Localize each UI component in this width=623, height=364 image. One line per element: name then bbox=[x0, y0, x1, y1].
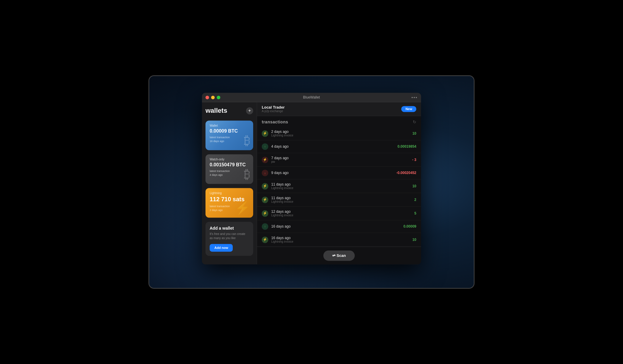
tx-amount-5: 10 bbox=[412, 184, 416, 188]
transaction-row[interactable]: ↑ 16 days ago 0.00009 bbox=[257, 220, 421, 233]
add-now-button[interactable]: Add now bbox=[210, 244, 233, 252]
app-title: BlueWallet bbox=[303, 95, 320, 99]
tx-label-3: pw bbox=[271, 160, 409, 163]
tx-info-6: 11 days ago Lightning invoice bbox=[271, 196, 411, 203]
wallet-balance-1: 0.00009 BTC bbox=[210, 128, 249, 134]
btc-icon-2: ₿ bbox=[244, 167, 250, 181]
transaction-row[interactable]: ↑ 4 days ago 0.00019854 bbox=[257, 140, 421, 153]
tx-time-9: 16 days ago bbox=[271, 236, 410, 240]
wallet-label-2: Watch-only bbox=[210, 158, 249, 161]
tx-icon-7: ⚡ bbox=[262, 210, 268, 217]
tx-info-9: 16 days ago Lightning invoice bbox=[271, 236, 410, 243]
tx-time-8: 16 days ago bbox=[271, 224, 401, 228]
add-wallet-card: Add a wallet It's free and you can creat… bbox=[205, 222, 253, 256]
tx-icon-6: ⚡ bbox=[262, 197, 268, 203]
add-wallet-icon-button[interactable]: + bbox=[246, 107, 253, 114]
transaction-row[interactable]: ⚡ 2 days ago Lightning invoice 10 bbox=[257, 127, 421, 140]
tx-icon-lightning: ⚡ bbox=[262, 130, 268, 137]
tx-time-4: 9 days ago bbox=[271, 171, 394, 175]
laptop-container: BlueWallet wallets + Wallet bbox=[98, 34, 525, 330]
add-wallet-title: Add a wallet bbox=[210, 226, 249, 231]
laptop-screen: BlueWallet wallets + Wallet bbox=[149, 75, 474, 289]
wallet-card-1[interactable]: Wallet 0.00009 BTC latest transaction 16… bbox=[205, 120, 253, 150]
wallet-card-2[interactable]: Watch-only 0.00150479 BTC latest transac… bbox=[205, 154, 253, 184]
tx-amount-8: 0.00009 bbox=[404, 224, 416, 228]
transaction-row[interactable]: ⚡ 12 days ago Lightning invoice 5 bbox=[257, 207, 421, 220]
tx-amount-2: 0.00019854 bbox=[398, 144, 416, 149]
wallet-footer-1: latest transaction 16 days ago bbox=[210, 136, 249, 143]
sidebar: wallets + Wallet 0.00009 BTC latest tran… bbox=[202, 102, 257, 264]
local-trader-bar: Local Trader A p2p exchange New bbox=[257, 102, 421, 116]
transaction-row[interactable]: ⚡ 11 days ago Lightning invoice 10 bbox=[257, 179, 421, 193]
tx-info-7: 12 days ago Lightning invoice bbox=[271, 210, 411, 217]
tx-time-1: 2 days ago bbox=[271, 130, 410, 134]
tx-info-1: 2 days ago Lightning invoice bbox=[271, 130, 410, 137]
wallet-footer-2: latest transaction 4 days ago bbox=[210, 170, 249, 177]
minimize-button[interactable] bbox=[211, 96, 215, 99]
wallet-balance-2: 0.00150479 BTC bbox=[210, 162, 249, 167]
transaction-row[interactable]: ↓ 9 days ago -0.00020452 bbox=[257, 167, 421, 179]
tx-label-6: Lightning invoice bbox=[271, 200, 411, 203]
scan-button[interactable]: ⇌ Scan bbox=[323, 250, 355, 261]
tx-info-4: 9 days ago bbox=[271, 171, 394, 175]
tx-label-9: Lightning invoice bbox=[271, 240, 410, 243]
tx-amount-9: 10 bbox=[412, 238, 416, 242]
app-window: BlueWallet wallets + Wallet bbox=[202, 93, 421, 264]
tx-info-2: 4 days ago bbox=[271, 144, 395, 149]
tx-label-1: Lightning invoice bbox=[271, 134, 410, 137]
local-trader-info: Local Trader A p2p exchange bbox=[262, 105, 285, 113]
tx-icon-9: ⚡ bbox=[262, 236, 268, 243]
tx-time-7: 12 days ago bbox=[271, 210, 411, 214]
tx-amount-6: 2 bbox=[414, 198, 416, 202]
tx-icon-btc-in: ↑ bbox=[262, 143, 268, 150]
wallet-card-3[interactable]: Lightning 112 710 sats latest transactio… bbox=[205, 188, 253, 218]
app-body: wallets + Wallet 0.00009 BTC latest tran… bbox=[202, 102, 421, 264]
tx-time-6: 11 days ago bbox=[271, 196, 411, 200]
tx-label-7: Lightning invoice bbox=[271, 214, 411, 217]
tx-icon-5: ⚡ bbox=[262, 183, 268, 189]
tx-amount-7: 5 bbox=[414, 211, 416, 215]
new-badge-button[interactable]: New bbox=[401, 106, 416, 112]
local-trader-title: Local Trader bbox=[262, 105, 285, 109]
maximize-button[interactable] bbox=[217, 96, 220, 99]
tx-icon-8: ↑ bbox=[262, 223, 268, 230]
add-wallet-desc: It's free and you can create as many as … bbox=[210, 232, 249, 240]
tx-label-5: Lightning invoice bbox=[271, 186, 410, 190]
refresh-icon[interactable]: ↻ bbox=[413, 120, 416, 124]
dot-1 bbox=[412, 97, 413, 98]
wallet-label-1: Wallet bbox=[210, 124, 249, 127]
tx-time-2: 4 days ago bbox=[271, 144, 395, 149]
transactions-title: transactions bbox=[262, 120, 288, 124]
lightning-icon: ⚡ bbox=[235, 201, 250, 215]
transaction-row[interactable]: ⚡ 7 days ago pw - 3 bbox=[257, 153, 421, 167]
laptop-base bbox=[149, 288, 474, 289]
transactions-section: transactions ↻ ⚡ 2 days ago Lightning in… bbox=[257, 116, 421, 247]
tx-amount-3: - 3 bbox=[412, 158, 416, 162]
right-panel: Local Trader A p2p exchange New transact… bbox=[257, 102, 421, 264]
tx-info-5: 11 days ago Lightning invoice bbox=[271, 182, 410, 190]
tx-info-8: 16 days ago bbox=[271, 224, 401, 228]
tx-time-3: 7 days ago bbox=[271, 156, 409, 160]
close-button[interactable] bbox=[205, 96, 209, 99]
tx-amount-1: 10 bbox=[412, 131, 416, 136]
transaction-row[interactable]: ⚡ 11 days ago Lightning invoice 2 bbox=[257, 193, 421, 207]
transaction-row[interactable]: ⚡ 16 days ago Lightning invoice 10 bbox=[257, 233, 421, 247]
dot-2 bbox=[414, 97, 415, 98]
wallets-title: wallets bbox=[205, 107, 227, 115]
tx-icon-red: ⚡ bbox=[262, 157, 268, 163]
title-bar: BlueWallet bbox=[202, 93, 421, 102]
local-trader-subtitle: A p2p exchange bbox=[262, 109, 285, 113]
tx-time-5: 11 days ago bbox=[271, 182, 410, 186]
tx-amount-4: -0.00020452 bbox=[396, 171, 416, 175]
dot-3 bbox=[416, 97, 417, 98]
tx-info-3: 7 days ago pw bbox=[271, 156, 409, 163]
btc-icon-1: ₿ bbox=[244, 133, 250, 148]
transactions-header: transactions ↻ bbox=[257, 116, 421, 127]
more-options[interactable] bbox=[412, 97, 417, 98]
traffic-lights bbox=[205, 96, 220, 99]
scan-bar: ⇌ Scan bbox=[257, 247, 421, 264]
sidebar-header: wallets + bbox=[205, 107, 253, 115]
tx-icon-btc-out: ↓ bbox=[262, 170, 268, 176]
wallet-label-3: Lightning bbox=[210, 191, 249, 195]
